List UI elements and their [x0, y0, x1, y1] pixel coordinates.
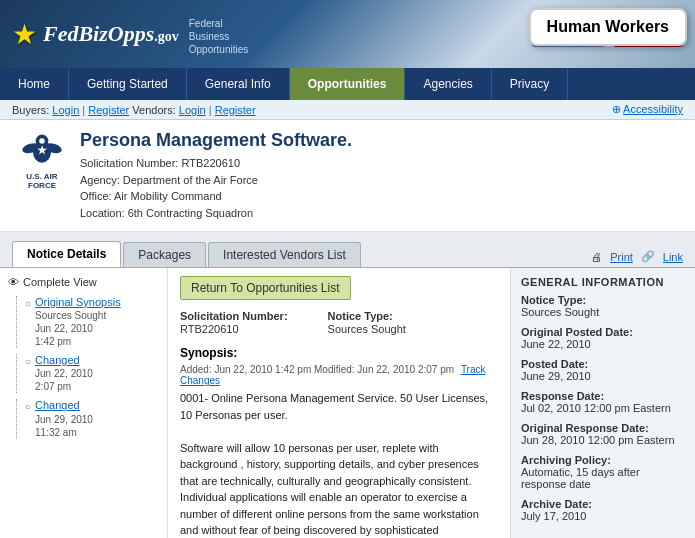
posted-date: Posted Date: June 29, 2010: [521, 358, 685, 382]
complete-view-header: 👁 Complete View: [8, 276, 159, 288]
left-panel: 👁 Complete View ○ Original Synopsis Sour…: [0, 268, 168, 538]
agency-details: Persona Management Software. Solicitatio…: [80, 130, 352, 221]
nav-general-info[interactable]: General Info: [187, 68, 290, 100]
list-item: ○ Changed Jun 29, 2010 11:32 am: [16, 399, 159, 438]
original-synopsis-sub: Sources Sought: [35, 309, 121, 322]
changed-time-2: 11:32 am: [35, 426, 93, 439]
original-posted-date-label: Original Posted Date:: [521, 326, 685, 338]
svg-point-5: [39, 138, 44, 143]
tree-bullet: ○: [25, 298, 31, 309]
nav-opportunities[interactable]: Opportunities: [290, 68, 406, 100]
nav-privacy[interactable]: Privacy: [492, 68, 568, 100]
nav-agencies[interactable]: Agencies: [405, 68, 491, 100]
original-response-date-value: Jun 28, 2010 12:00 pm Eastern: [521, 434, 685, 446]
link-button[interactable]: Link: [663, 251, 683, 263]
changed-date-2: Jun 29, 2010: [35, 413, 93, 426]
synopsis-paragraph: 0001- Online Persona Management Service.…: [180, 390, 498, 423]
solicitation-number-field: Solicitation Number: RTB220610: [180, 310, 288, 336]
logo-main: FedBizOpps: [43, 21, 154, 47]
posted-date-label: Posted Date:: [521, 358, 685, 370]
notice-type-value: Sources Sought: [328, 323, 406, 335]
tab-packages[interactable]: Packages: [123, 242, 206, 267]
tab-notice-details[interactable]: Notice Details: [12, 241, 121, 267]
accessibility-link[interactable]: ⊕ Accessibility: [612, 103, 683, 116]
response-date-value: Jul 02, 2010 12:00 pm Eastern: [521, 402, 685, 414]
af-logo: ★ U.S. AIR FORCE: [16, 130, 68, 190]
notice-type-info-value: Sources Sought: [521, 306, 685, 318]
changed-time-1: 2:07 pm: [35, 380, 93, 393]
archiving-policy: Archiving Policy: Automatic, 15 days aft…: [521, 454, 685, 490]
synopsis-meta: Added: Jun 22, 2010 1:42 pm Modified: Ju…: [180, 364, 498, 386]
solicitation-number-label: Solicitation Number:: [180, 310, 288, 322]
archive-date-label: Archive Date:: [521, 498, 685, 510]
response-date: Response Date: Jul 02, 2010 12:00 pm Eas…: [521, 390, 685, 414]
print-icon: 🖨: [591, 251, 602, 263]
logo-tld: .gov: [154, 29, 179, 45]
site-logo: ★ FedBizOpps .gov Federal Business Oppor…: [12, 13, 248, 56]
location-line: Location: 6th Contracting Squadron: [80, 205, 352, 222]
solicitation-block: Solicitation Number: RTB220610 Notice Ty…: [180, 310, 498, 336]
vendors-register-link[interactable]: Register: [215, 104, 256, 116]
posted-date-value: June 29, 2010: [521, 370, 685, 382]
notice-type-info: Notice Type: Sources Sought: [521, 294, 685, 318]
agency-title: Persona Management Software.: [80, 130, 352, 151]
human-workers-bubble: Human Workers: [529, 8, 687, 46]
nav-home[interactable]: Home: [0, 68, 69, 100]
archive-date-value: July 17, 2010: [521, 510, 685, 522]
buyers-bar: Buyers: Login | Register Vendors: Login …: [0, 100, 695, 120]
info-panel-title: GENERAL INFORMATION: [521, 276, 685, 288]
synopsis-text: 0001- Online Persona Management Service.…: [180, 390, 498, 538]
original-response-date-label: Original Response Date:: [521, 422, 685, 434]
tree-section: ○ Original Synopsis Sources Sought Jun 2…: [8, 296, 159, 439]
info-panel: GENERAL INFORMATION Notice Type: Sources…: [510, 268, 695, 538]
archiving-policy-label: Archiving Policy:: [521, 454, 685, 466]
notice-type-label: Notice Type:: [328, 310, 406, 322]
tab-actions: 🖨 Print 🔗 Link: [591, 250, 683, 267]
original-synopsis-link[interactable]: Original Synopsis: [35, 296, 121, 309]
original-posted-date-value: June 22, 2010: [521, 338, 685, 350]
notice-type-info-label: Notice Type:: [521, 294, 685, 306]
archiving-policy-value: Automatic, 15 days after response date: [521, 466, 685, 490]
response-date-label: Response Date:: [521, 390, 685, 402]
complete-view-label: Complete View: [23, 276, 97, 288]
tab-interested-vendors[interactable]: Interested Vendors List: [208, 242, 361, 267]
print-button[interactable]: Print: [610, 251, 633, 263]
synopsis-body: Software will allow 10 personas per user…: [180, 440, 498, 539]
buyers-section: Buyers: Login | Register Vendors: Login …: [12, 104, 256, 116]
main-right-panel: Return To Opportunities List Solicitatio…: [168, 268, 510, 538]
notice-type-field: Notice Type: Sources Sought: [328, 310, 406, 336]
star-icon: ★: [12, 18, 37, 51]
nav-getting-started[interactable]: Getting Started: [69, 68, 187, 100]
return-to-opportunities-button[interactable]: Return To Opportunities List: [180, 276, 351, 300]
original-synopsis-time: 1:42 pm: [35, 335, 121, 348]
vendors-login-link[interactable]: Login: [179, 104, 206, 116]
eye-icon: 👁: [8, 276, 19, 288]
agency-name-line: Agency: Department of the Air Force: [80, 172, 352, 189]
main-nav: Home Getting Started General Info Opport…: [0, 68, 695, 100]
office-line: Office: Air Mobility Command: [80, 188, 352, 205]
changed-date-1: Jun 22, 2010: [35, 367, 93, 380]
content-panel: 👁 Complete View ○ Original Synopsis Sour…: [0, 268, 695, 538]
tree-bullet: ○: [25, 356, 31, 367]
tree-bullet: ○: [25, 401, 31, 412]
human-workers-label: Human Workers: [547, 18, 669, 35]
archive-date: Archive Date: July 17, 2010: [521, 498, 685, 522]
changed-link-2[interactable]: Changed: [35, 399, 93, 412]
logo-text-group: FedBizOpps .gov: [43, 21, 179, 47]
link-icon: 🔗: [641, 250, 655, 263]
tabs-row: Notice Details Packages Interested Vendo…: [0, 232, 695, 268]
solicitation-number-line: Solicitation Number: RTB220610: [80, 155, 352, 172]
af-logo-svg: ★: [20, 130, 64, 170]
synopsis-title: Synopsis:: [180, 346, 498, 360]
original-synopsis-date: Jun 22, 2010: [35, 322, 121, 335]
svg-text:★: ★: [37, 144, 48, 156]
solicitation-number-value: RTB220610: [180, 323, 239, 335]
logo-subtitle: Federal Business Opportunities: [189, 17, 248, 56]
original-response-date: Original Response Date: Jun 28, 2010 12:…: [521, 422, 685, 446]
agency-header: ★ U.S. AIR FORCE Persona Management Soft…: [0, 120, 695, 232]
buyers-login-link[interactable]: Login: [52, 104, 79, 116]
original-posted-date: Original Posted Date: June 22, 2010: [521, 326, 685, 350]
list-item: ○ Changed Jun 22, 2010 2:07 pm: [16, 354, 159, 393]
buyers-register-link[interactable]: Register: [88, 104, 129, 116]
changed-link-1[interactable]: Changed: [35, 354, 93, 367]
